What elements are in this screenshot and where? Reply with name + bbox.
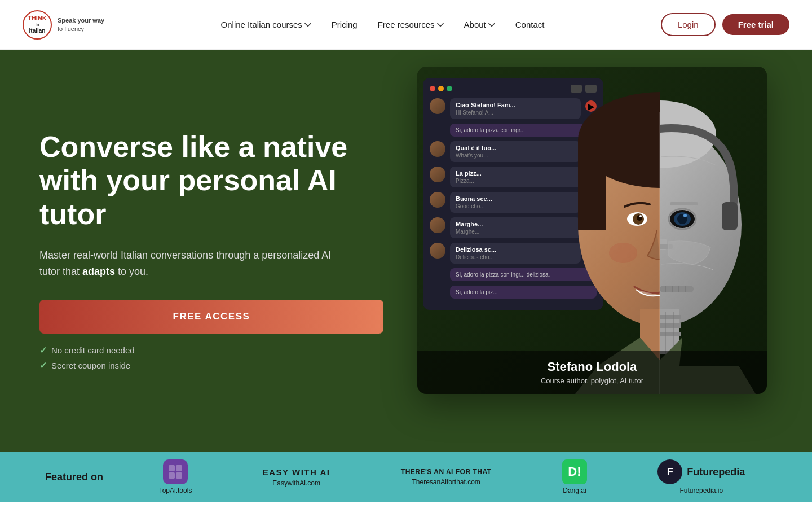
svg-point-10 (609, 243, 637, 263)
nav-item-contact[interactable]: Contact (506, 15, 554, 34)
face-composite (553, 67, 767, 394)
svg-rect-39 (169, 472, 175, 479)
featured-logo-theresanai[interactable]: THERE'S AN AI FOR THAT TheresanAiforthat… (401, 468, 492, 486)
avatar (430, 141, 445, 157)
nav-item-pricing[interactable]: Pricing (323, 15, 367, 34)
avatar (430, 243, 445, 259)
hero-subtitle: Master real-world Italian conversations … (39, 247, 333, 280)
featured-logo-topai[interactable]: TopAi.tools (159, 459, 192, 494)
login-button[interactable]: Login (661, 13, 716, 36)
free-access-button[interactable]: FREE ACCESS (39, 300, 383, 334)
caption-role: Course author, polyglot, AI tutor (431, 376, 753, 385)
hero-left: Converse like a native with your persona… (0, 50, 417, 452)
checklist: ✓ No credit card needed ✓ Secret coupon … (39, 345, 383, 371)
topai-icon (163, 459, 188, 484)
svg-rect-40 (176, 472, 182, 479)
caption-name: Stefano Lodola (431, 360, 753, 374)
logo-tagline: Speak your way to fluency (58, 16, 104, 33)
hero-caption: Stefano Lodola Course author, polyglot, … (417, 351, 767, 394)
dot-red (430, 86, 435, 91)
hero-visual: Ciao Stefano! Fam... Hi Stefano! A... ▶ … (417, 67, 767, 394)
free-trial-button[interactable]: Free trial (722, 14, 789, 35)
featured-logo-easywith[interactable]: EASY WITH AI EasywithAi.com (263, 467, 330, 487)
hero-section: Converse like a native with your persona… (0, 50, 812, 452)
logo-circle: THINK in Italian (23, 10, 52, 40)
svg-point-25 (683, 214, 687, 217)
featured-logo-futurepedia[interactable]: F Futurepedia Futurepedia.io (657, 459, 745, 494)
check-icon: ✓ (39, 345, 47, 356)
header-actions: Login Free trial (661, 13, 789, 36)
futurepedia-icon: F (657, 459, 682, 484)
nav-item-about[interactable]: About (455, 15, 504, 34)
avatar (430, 98, 445, 114)
check-icon: ✓ (39, 360, 47, 371)
svg-rect-30 (660, 286, 694, 292)
easywith-brand: EASY WITH AI (263, 467, 330, 477)
hero-right: Ciao Stefano! Fam... Hi Stefano! A... ▶ … (417, 50, 812, 452)
app-dots (430, 86, 452, 91)
nav-item-free-resources[interactable]: Free resources (369, 15, 453, 34)
svg-point-9 (639, 215, 642, 217)
logo[interactable]: THINK in Italian Speak your way to fluen… (23, 10, 104, 40)
nav-item-courses[interactable]: Online Italian courses (212, 15, 320, 34)
hero-title: Converse like a native with your persona… (39, 130, 383, 231)
svg-rect-5 (578, 140, 606, 230)
header: THINK in Italian Speak your way to fluen… (0, 0, 812, 50)
svg-rect-37 (169, 465, 175, 471)
dot-green (447, 86, 452, 91)
featured-logo-dang[interactable]: D! Dang.ai (562, 459, 587, 494)
avatar (430, 192, 445, 208)
dang-icon: D! (562, 459, 587, 484)
svg-rect-38 (176, 465, 182, 471)
dot-yellow (438, 86, 444, 91)
chevron-down-icon (488, 21, 495, 28)
chevron-down-icon (304, 21, 311, 28)
avatar (430, 217, 445, 233)
featured-bar: Featured on TopAi.tools EASY WITH AI Eas… (0, 452, 812, 502)
featured-label: Featured on (45, 471, 103, 483)
svg-rect-35 (722, 202, 738, 230)
chevron-down-icon (437, 21, 444, 28)
avatar (430, 167, 445, 182)
main-nav: Online Italian courses Pricing Free reso… (212, 15, 554, 34)
featured-logos: TopAi.tools EASY WITH AI EasywithAi.com … (137, 459, 767, 494)
svg-rect-27 (670, 202, 698, 205)
checklist-item: ✓ Secret coupon inside (39, 360, 383, 371)
checklist-item: ✓ No credit card needed (39, 345, 383, 356)
